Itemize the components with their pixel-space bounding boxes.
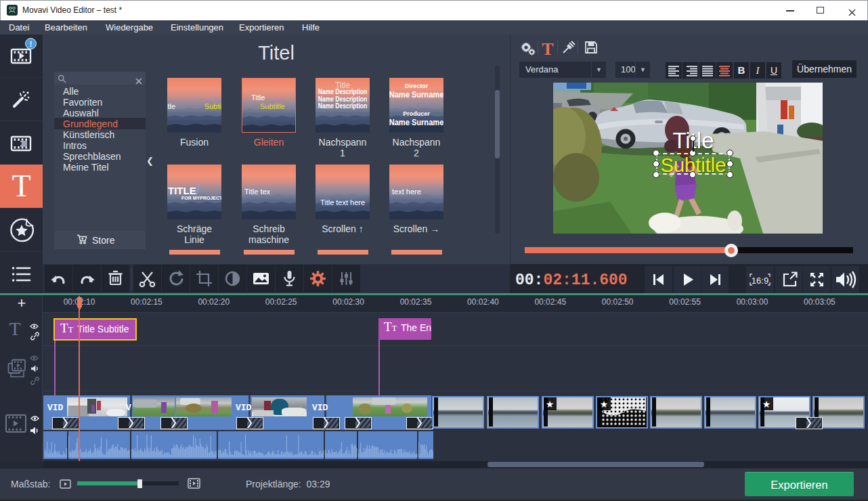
svg-text:16:9: 16:9: [752, 276, 768, 286]
